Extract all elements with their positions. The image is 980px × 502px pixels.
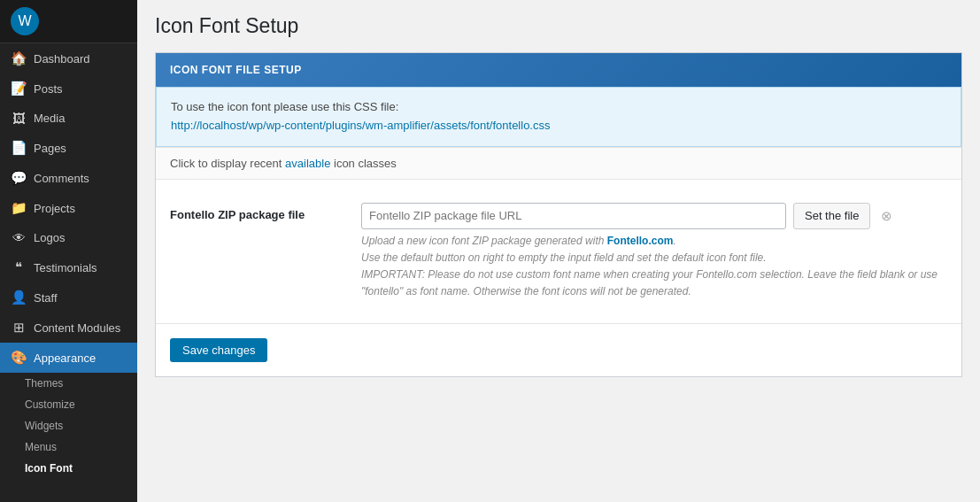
sidebar-item-staff[interactable]: 👤 Staff bbox=[0, 282, 137, 313]
wp-logo-icon: W bbox=[11, 7, 39, 35]
help-line3: IMPORTANT: Please do not use custom font… bbox=[361, 268, 938, 297]
main-content: Icon Font Setup ICON FONT FILE SETUP To … bbox=[137, 0, 980, 502]
sidebar-item-projects[interactable]: 📁 Projects bbox=[0, 193, 137, 223]
form-control-wrap: Set the file ⊗ Upload a new icon font ZI… bbox=[361, 203, 947, 301]
staff-icon: 👤 bbox=[11, 290, 27, 305]
zip-url-input[interactable] bbox=[361, 203, 786, 229]
form-row-zip: Fontello ZIP package file Set the file ⊗… bbox=[170, 194, 947, 310]
sidebar-item-label: Pages bbox=[34, 142, 66, 155]
testimonials-icon: ❝ bbox=[11, 259, 27, 275]
css-file-link[interactable]: http://localhost/wp/wp-content/plugins/w… bbox=[171, 119, 550, 132]
sidebar-sub-item-menus[interactable]: Menus bbox=[0, 436, 137, 458]
sidebar-item-label: Comments bbox=[34, 172, 89, 185]
page-title: Icon Font Setup bbox=[155, 14, 962, 38]
toggle-available-classes[interactable]: Click to display recent available icon c… bbox=[156, 147, 961, 180]
form-section: Fontello ZIP package file Set the file ⊗… bbox=[156, 180, 961, 324]
sidebar-item-media[interactable]: 🖼 Media bbox=[0, 104, 137, 133]
sidebar-item-label: Dashboard bbox=[34, 52, 90, 66]
sidebar-sub-item-widgets[interactable]: Widgets bbox=[0, 415, 137, 436]
sidebar-sub-item-themes[interactable]: Themes bbox=[0, 373, 137, 394]
card-header-title: ICON FONT FILE SETUP bbox=[170, 64, 302, 76]
sidebar-sub-item-customize[interactable]: Customize bbox=[0, 394, 137, 415]
sidebar-item-label: Appearance bbox=[34, 351, 96, 365]
sidebar-item-label: Projects bbox=[34, 202, 75, 215]
sidebar-item-label: Posts bbox=[34, 82, 63, 96]
posts-icon: 📝 bbox=[11, 81, 27, 97]
sidebar-item-label: Staff bbox=[34, 291, 58, 305]
projects-icon: 📁 bbox=[11, 200, 27, 216]
sidebar-item-logos[interactable]: 👁 Logos bbox=[0, 223, 137, 252]
appearance-icon: 🎨 bbox=[11, 350, 27, 366]
sidebar-item-label: Logos bbox=[34, 231, 65, 244]
sidebar-item-content-modules[interactable]: ⊞ Content Modules bbox=[0, 313, 137, 343]
comments-icon: 💬 bbox=[11, 170, 27, 186]
help-text: Upload a new icon font ZIP package gener… bbox=[361, 233, 947, 301]
sidebar-item-label: Testimonials bbox=[34, 261, 97, 274]
sidebar-sub-item-icon-font[interactable]: Icon Font bbox=[0, 458, 137, 479]
info-text: To use the icon font please use this CSS… bbox=[171, 100, 398, 113]
sidebar-item-dashboard[interactable]: 🏠 Dashboard bbox=[0, 43, 137, 73]
pages-icon: 📄 bbox=[11, 140, 27, 156]
sidebar-item-pages[interactable]: 📄 Pages bbox=[0, 133, 137, 163]
sidebar-logo: W bbox=[0, 0, 137, 43]
media-icon: 🖼 bbox=[11, 111, 27, 126]
sidebar-item-label: Content Modules bbox=[34, 321, 120, 335]
card-header: ICON FONT FILE SETUP bbox=[156, 53, 961, 87]
sidebar-item-appearance[interactable]: 🎨 Appearance bbox=[0, 343, 137, 373]
set-file-button[interactable]: Set the file bbox=[793, 203, 870, 229]
fontello-link[interactable]: Fontello.com bbox=[607, 235, 674, 247]
save-area: Save changes bbox=[156, 323, 961, 376]
sidebar: W 🏠 Dashboard 📝 Posts 🖼 Media 📄 Pages 💬 … bbox=[0, 0, 137, 502]
sidebar-item-testimonials[interactable]: ❝ Testimonials bbox=[0, 252, 137, 282]
help-line2: Use the default button on right to empty… bbox=[361, 251, 767, 264]
logos-icon: 👁 bbox=[11, 230, 27, 245]
sidebar-item-posts[interactable]: 📝 Posts bbox=[0, 73, 137, 104]
icon-font-card: ICON FONT FILE SETUP To use the icon fon… bbox=[155, 52, 962, 377]
input-row: Set the file ⊗ bbox=[361, 203, 947, 229]
save-button[interactable]: Save changes bbox=[170, 338, 267, 362]
content-modules-icon: ⊞ bbox=[11, 320, 27, 336]
info-box: To use the icon font please use this CSS… bbox=[156, 87, 961, 147]
sidebar-item-label: Media bbox=[34, 112, 65, 125]
sidebar-item-comments[interactable]: 💬 Comments bbox=[0, 163, 137, 193]
form-label-zip: Fontello ZIP package file bbox=[170, 203, 347, 221]
clear-icon[interactable]: ⊗ bbox=[881, 208, 892, 224]
highlight-available: available bbox=[285, 157, 330, 170]
dashboard-icon: 🏠 bbox=[11, 50, 27, 66]
help-line1: Upload a new icon font ZIP package gener… bbox=[361, 235, 604, 247]
